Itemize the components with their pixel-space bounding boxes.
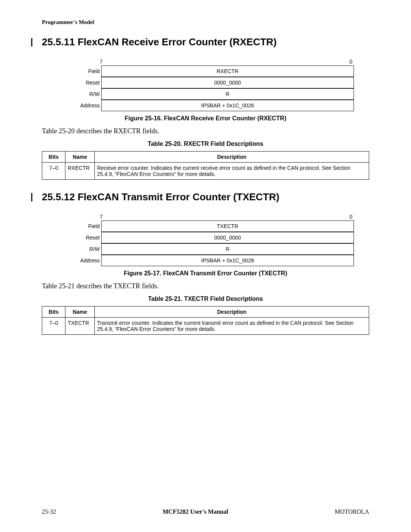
reg-field-value: TXECTR — [102, 221, 354, 232]
cell-desc: Receive error counter. Indicates the cur… — [95, 163, 369, 180]
change-bar-icon — [31, 193, 32, 201]
reg-address-value: IPSBAR + 0x1C_0026 — [102, 100, 354, 111]
cell-name: RXECTR — [65, 163, 95, 180]
reg-reset-value: 0000_0000 — [102, 232, 354, 243]
reg-row-label: Address — [72, 100, 102, 111]
footer-page-number: 25-32 — [42, 508, 56, 515]
table-row: 7–0 TXECTR Transmit error counter. Indic… — [42, 318, 369, 335]
col-header-desc: Description — [95, 152, 369, 163]
body-text: Table 25-20 describes the RXECTR fields. — [42, 127, 369, 135]
reg-row-label: Field — [72, 221, 102, 232]
footer-vendor: MOTOROLA — [335, 508, 369, 515]
footer-manual-title: MCF5282 User's Manual — [162, 508, 228, 515]
reg-row-label: R/W — [72, 88, 102, 100]
cell-bits: 7–0 — [42, 318, 65, 335]
section-number: 25.5.12 — [42, 191, 75, 203]
field-description-table-txectr: Bits Name Description 7–0 TXECTR Transmi… — [42, 306, 369, 335]
cell-bits: 7–0 — [42, 163, 65, 180]
col-header-desc: Description — [95, 307, 369, 318]
cell-desc: Transmit error counter. Indicates the cu… — [95, 318, 369, 335]
reg-rw-value: R — [102, 243, 354, 255]
reg-reset-value: 0000_0000 — [102, 77, 354, 88]
field-description-table-rxectr: Bits Name Description 7–0 RXECTR Receive… — [42, 151, 369, 180]
reg-field-value: RXECTR — [102, 66, 354, 77]
table-caption: Table 25-21. TXECTR Field Descriptions — [42, 296, 369, 302]
col-header-name: Name — [65, 152, 95, 163]
reg-row-label: Address — [72, 255, 102, 266]
page-footer: 25-32 MCF5282 User's Manual MOTOROLA — [42, 508, 369, 515]
register-diagram-txectr: 7 0 Field TXECTR Reset 0000_0000 R/W R A… — [72, 214, 354, 266]
cell-name: TXECTR — [65, 318, 95, 335]
section-title: FlexCAN Receive Error Counter (RXECTR) — [78, 36, 277, 48]
running-head: Programmer's Model — [42, 19, 369, 26]
reg-row-label: Reset — [72, 232, 102, 243]
table-row: 7–0 RXECTR Receive error counter. Indica… — [42, 163, 369, 180]
body-text: Table 25-21 describes the TXECTR fields. — [42, 282, 369, 290]
section-number: 25.5.11 — [42, 36, 75, 48]
bit-lo: 0 — [349, 59, 352, 65]
bit-hi: 7 — [100, 214, 103, 220]
section-title: FlexCAN Transmit Error Counter (TXECTR) — [78, 191, 279, 203]
section-heading-txectr: 25.5.12 FlexCAN Transmit Error Counter (… — [42, 191, 369, 203]
col-header-bits: Bits — [42, 307, 65, 318]
reg-row-label: R/W — [72, 243, 102, 255]
col-header-name: Name — [65, 307, 95, 318]
figure-caption: Figure 25-17. FlexCAN Transmit Error Cou… — [42, 270, 369, 277]
change-bar-icon — [31, 38, 32, 46]
bit-lo: 0 — [349, 214, 352, 220]
reg-row-label: Reset — [72, 77, 102, 88]
bit-hi: 7 — [100, 59, 103, 65]
reg-row-label: Field — [72, 66, 102, 77]
table-caption: Table 25-20. RXECTR Field Descriptions — [42, 141, 369, 147]
section-heading-rxectr: 25.5.11 FlexCAN Receive Error Counter (R… — [42, 36, 369, 48]
col-header-bits: Bits — [42, 152, 65, 163]
reg-address-value: IPSBAR + 0x1C_0028 — [102, 255, 354, 266]
register-diagram-rxectr: 7 0 Field RXECTR Reset 0000_0000 R/W R A… — [72, 59, 354, 111]
figure-caption: Figure 25-16. FlexCAN Receive Error Coun… — [42, 115, 369, 122]
reg-rw-value: R — [102, 88, 354, 100]
